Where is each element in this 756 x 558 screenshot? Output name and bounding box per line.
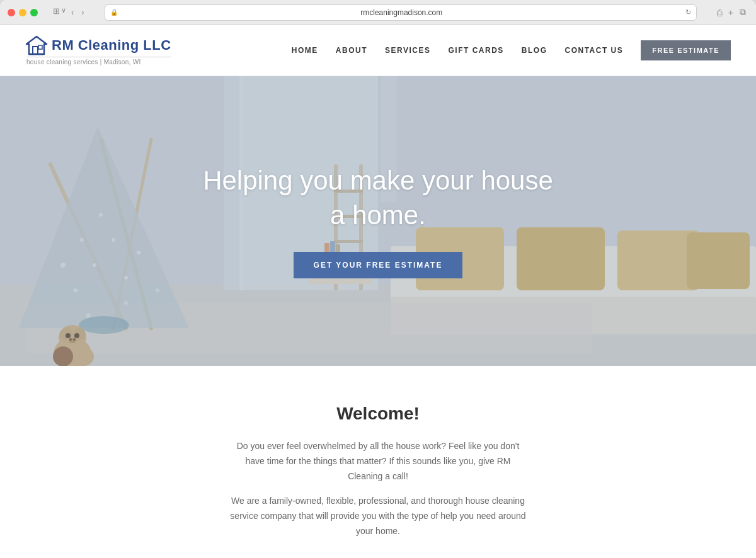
nav-gift-cards[interactable]: GIFT CARDS: [449, 46, 504, 55]
nav-blog[interactable]: BLOG: [522, 46, 547, 55]
back-button[interactable]: ‹: [69, 6, 76, 18]
svg-rect-1: [33, 47, 38, 54]
nav-home[interactable]: HOME: [292, 46, 318, 55]
maximize-button[interactable]: [30, 9, 38, 16]
hero-headline: Helping you make your house a home.: [203, 164, 553, 232]
hero-headline-line1: Helping you make your house: [203, 166, 553, 195]
logo-tagline: house cleaning services | Madison, WI: [26, 57, 171, 65]
share-button[interactable]: ⎙: [714, 6, 724, 19]
site-header: RM Cleaning LLC house cleaning services …: [0, 25, 756, 76]
welcome-paragraph-1: Do you ever feel overwhelmed by all the …: [227, 439, 529, 484]
tabs-button[interactable]: ⧉: [737, 6, 748, 19]
new-tab-button[interactable]: +: [726, 6, 736, 19]
traffic-lights: [8, 9, 38, 16]
chevron-down-icon: ∨: [61, 6, 66, 18]
nav-services[interactable]: SERVICES: [385, 46, 430, 55]
minimize-button[interactable]: [19, 9, 26, 16]
logo-area: RM Cleaning LLC house cleaning services …: [25, 35, 171, 65]
browser-controls: ⊞ ∨ ‹ ›: [48, 6, 87, 18]
close-button[interactable]: [8, 9, 15, 16]
url-text: rmcleaningmadison.com: [122, 8, 682, 17]
svg-rect-2: [38, 45, 42, 49]
window-controls-right: ⎙ + ⧉: [714, 6, 748, 19]
logo-text: RM Cleaning LLC: [52, 37, 171, 54]
welcome-title: Welcome!: [25, 404, 731, 424]
browser-titlebar: ⊞ ∨ ‹ › 🔒 rmcleaningmadison.com ↻ ⎙ + ⧉: [0, 0, 756, 25]
hero-section: Helping you make your house a home. GET …: [0, 76, 756, 366]
grid-icon: ⊞: [53, 6, 60, 18]
hero-cta-button[interactable]: GET YOUR FREE ESTIMATE: [294, 252, 463, 278]
logo-top: RM Cleaning LLC: [25, 35, 171, 55]
address-bar[interactable]: 🔒 rmcleaningmadison.com ↻: [105, 4, 697, 21]
site-nav: HOME ABOUT SERVICES GIFT CARDS BLOG CONT…: [292, 40, 731, 60]
welcome-section: Welcome! Do you ever feel overwhelmed by…: [0, 366, 756, 558]
browser-window: ⊞ ∨ ‹ › 🔒 rmcleaningmadison.com ↻ ⎙ + ⧉: [0, 0, 756, 558]
hero-headline-line2: a home.: [330, 200, 426, 230]
header-free-estimate-button[interactable]: FREE ESTIMATE: [641, 40, 731, 60]
logo-icon: [25, 35, 48, 55]
hero-content: Helping you make your house a home. GET …: [0, 76, 756, 366]
svg-marker-0: [26, 37, 47, 54]
lock-icon: 🔒: [110, 9, 118, 16]
nav-about[interactable]: ABOUT: [336, 46, 367, 55]
website-content: RM Cleaning LLC house cleaning services …: [0, 25, 756, 558]
welcome-paragraph-2: We are a family-owned, flexible, profess…: [227, 494, 529, 538]
nav-contact[interactable]: CONTACT US: [565, 46, 624, 55]
refresh-icon[interactable]: ↻: [685, 8, 691, 16]
forward-button[interactable]: ›: [79, 6, 86, 18]
